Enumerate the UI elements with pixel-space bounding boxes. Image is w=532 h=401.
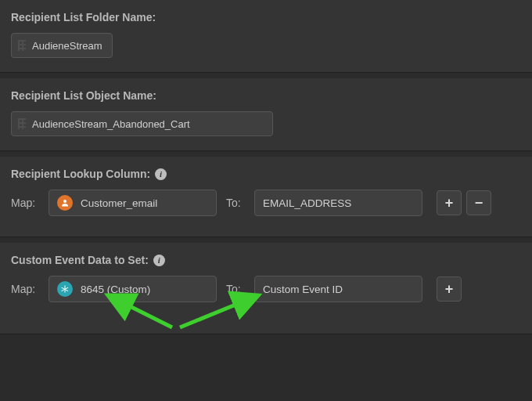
map-label: Map: [11,283,39,295]
section-recipient-lookup: Recipient Lookup Column: i Map: Customer… [0,157,532,237]
custom-map-row: Map: 8645 (Custom) To: + [11,276,521,302]
label-text: Recipient List Object Name: [11,89,156,102]
minus-icon: − [475,196,483,210]
label-text: Recipient Lookup Column: [11,168,150,180]
custom-target-input[interactable] [254,276,422,302]
drag-handle-icon [18,118,26,129]
lookup-source-field[interactable]: Customer_email [49,190,217,216]
lookup-buttons: + − [437,190,491,215]
svg-point-0 [63,200,66,203]
remove-row-button[interactable]: − [466,190,491,215]
section-recipient-object: Recipient List Object Name: AudienceStre… [0,78,532,150]
map-label: Map: [11,197,39,209]
lookup-target-input[interactable] [254,190,422,216]
add-row-button[interactable]: + [437,276,462,302]
custom-target-text[interactable] [255,276,422,302]
plus-icon: + [445,196,454,210]
source-value: 8645 (Custom) [81,284,150,295]
label-text: Custom Event Data to Set: [11,254,149,266]
info-icon[interactable]: i [155,168,167,180]
plus-icon: + [445,282,454,296]
label-text: Recipient List Folder Name: [11,11,156,23]
source-value: Customer_email [81,197,157,209]
to-label: To: [226,283,245,295]
section-recipient-folder: Recipient List Folder Name: AudieneStrea… [0,0,532,72]
user-icon [57,195,73,211]
asterisk-icon [57,281,73,297]
section-label: Recipient List Object Name: [11,89,521,102]
folder-chip[interactable]: AudieneStream [11,33,113,58]
object-chip[interactable]: AudienceStream_Abandoned_Cart [11,111,273,136]
info-icon[interactable]: i [153,255,165,266]
lookup-map-row: Map: Customer_email To: + − [11,190,521,216]
section-label: Recipient Lookup Column: i [11,168,521,180]
chip-value: AudienceStream_Abandoned_Cart [32,118,190,130]
drag-handle-icon [18,40,26,51]
custom-buttons: + [437,276,462,302]
chip-value: AudieneStream [32,40,102,52]
section-label: Custom Event Data to Set: i [11,254,521,266]
lookup-target-text[interactable] [255,190,422,215]
add-row-button[interactable]: + [437,190,462,215]
section-custom-event: Custom Event Data to Set: i Map: 8645 (C… [0,243,532,334]
section-label: Recipient List Folder Name: [11,11,521,23]
to-label: To: [226,197,245,209]
custom-source-field[interactable]: 8645 (Custom) [49,276,217,302]
